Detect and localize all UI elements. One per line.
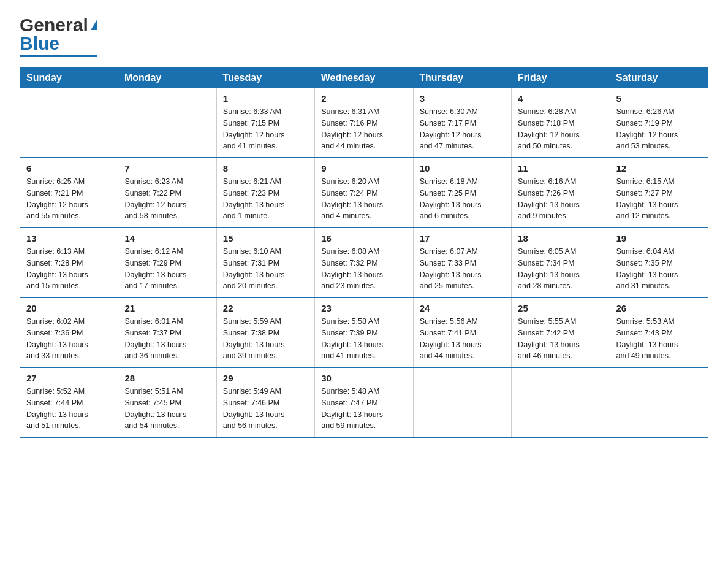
day-info: Sunrise: 6:28 AMSunset: 7:18 PMDaylight:… bbox=[518, 106, 603, 152]
day-number: 15 bbox=[223, 233, 308, 243]
day-cell: 26Sunrise: 5:53 AMSunset: 7:43 PMDayligh… bbox=[610, 297, 708, 367]
day-number: 11 bbox=[518, 163, 603, 174]
day-number: 24 bbox=[420, 303, 505, 313]
day-cell: 15Sunrise: 6:10 AMSunset: 7:31 PMDayligh… bbox=[216, 228, 314, 297]
day-number: 1 bbox=[223, 93, 308, 104]
day-cell: 1Sunrise: 6:33 AMSunset: 7:15 PMDaylight… bbox=[216, 88, 314, 158]
week-row-3: 13Sunrise: 6:13 AMSunset: 7:28 PMDayligh… bbox=[20, 228, 708, 297]
calendar-table: SundayMondayTuesdayWednesdayThursdayFrid… bbox=[20, 67, 708, 438]
logo-blue: Blue bbox=[20, 33, 59, 54]
day-number: 7 bbox=[124, 163, 210, 174]
day-info: Sunrise: 6:20 AMSunset: 7:24 PMDaylight:… bbox=[321, 176, 406, 222]
day-info: Sunrise: 6:05 AMSunset: 7:34 PMDaylight:… bbox=[518, 246, 603, 292]
header-saturday: Saturday bbox=[610, 67, 708, 89]
day-cell: 29Sunrise: 5:49 AMSunset: 7:46 PMDayligh… bbox=[216, 367, 314, 437]
day-number: 25 bbox=[518, 303, 603, 313]
day-cell: 10Sunrise: 6:18 AMSunset: 7:25 PMDayligh… bbox=[413, 158, 511, 228]
day-number: 30 bbox=[321, 373, 406, 383]
day-cell bbox=[512, 367, 610, 437]
day-cell: 25Sunrise: 5:55 AMSunset: 7:42 PMDayligh… bbox=[512, 297, 610, 367]
day-cell: 19Sunrise: 6:04 AMSunset: 7:35 PMDayligh… bbox=[610, 228, 708, 297]
header-thursday: Thursday bbox=[413, 67, 511, 89]
day-cell: 22Sunrise: 5:59 AMSunset: 7:38 PMDayligh… bbox=[216, 297, 314, 367]
day-cell: 8Sunrise: 6:21 AMSunset: 7:23 PMDaylight… bbox=[216, 158, 314, 228]
day-info: Sunrise: 6:02 AMSunset: 7:36 PMDaylight:… bbox=[26, 316, 112, 362]
day-number: 28 bbox=[124, 373, 210, 383]
day-number: 10 bbox=[420, 163, 505, 174]
day-cell: 3Sunrise: 6:30 AMSunset: 7:17 PMDaylight… bbox=[413, 88, 511, 158]
day-cell: 4Sunrise: 6:28 AMSunset: 7:18 PMDaylight… bbox=[512, 88, 610, 158]
day-cell: 30Sunrise: 5:48 AMSunset: 7:47 PMDayligh… bbox=[315, 367, 413, 437]
day-info: Sunrise: 6:30 AMSunset: 7:17 PMDaylight:… bbox=[420, 106, 505, 152]
day-info: Sunrise: 6:25 AMSunset: 7:21 PMDaylight:… bbox=[26, 176, 112, 222]
day-info: Sunrise: 6:26 AMSunset: 7:19 PMDaylight:… bbox=[616, 106, 702, 152]
day-number: 27 bbox=[26, 373, 112, 383]
day-cell: 20Sunrise: 6:02 AMSunset: 7:36 PMDayligh… bbox=[20, 297, 118, 367]
day-cell: 9Sunrise: 6:20 AMSunset: 7:24 PMDaylight… bbox=[315, 158, 413, 228]
day-number: 12 bbox=[616, 163, 702, 174]
day-number: 14 bbox=[124, 233, 210, 243]
header-wednesday: Wednesday bbox=[315, 67, 413, 89]
day-info: Sunrise: 6:04 AMSunset: 7:35 PMDaylight:… bbox=[616, 246, 702, 292]
day-number: 6 bbox=[26, 163, 112, 174]
day-number: 19 bbox=[616, 233, 702, 243]
week-row-1: 1Sunrise: 6:33 AMSunset: 7:15 PMDaylight… bbox=[20, 88, 708, 158]
day-number: 5 bbox=[616, 93, 702, 104]
day-info: Sunrise: 6:16 AMSunset: 7:26 PMDaylight:… bbox=[518, 176, 603, 222]
page-header: General Blue bbox=[20, 15, 708, 57]
week-row-4: 20Sunrise: 6:02 AMSunset: 7:36 PMDayligh… bbox=[20, 297, 708, 367]
day-info: Sunrise: 6:31 AMSunset: 7:16 PMDaylight:… bbox=[321, 106, 406, 152]
day-cell: 11Sunrise: 6:16 AMSunset: 7:26 PMDayligh… bbox=[512, 158, 610, 228]
day-cell: 23Sunrise: 5:58 AMSunset: 7:39 PMDayligh… bbox=[315, 297, 413, 367]
header-sunday: Sunday bbox=[20, 67, 118, 89]
day-cell: 21Sunrise: 6:01 AMSunset: 7:37 PMDayligh… bbox=[118, 297, 216, 367]
day-number: 3 bbox=[420, 93, 505, 104]
day-cell: 16Sunrise: 6:08 AMSunset: 7:32 PMDayligh… bbox=[315, 228, 413, 297]
day-info: Sunrise: 6:23 AMSunset: 7:22 PMDaylight:… bbox=[124, 176, 210, 222]
day-info: Sunrise: 6:13 AMSunset: 7:28 PMDaylight:… bbox=[26, 246, 112, 292]
day-info: Sunrise: 5:59 AMSunset: 7:38 PMDaylight:… bbox=[223, 316, 308, 362]
day-cell bbox=[413, 367, 511, 437]
day-cell: 2Sunrise: 6:31 AMSunset: 7:16 PMDaylight… bbox=[315, 88, 413, 158]
day-cell: 17Sunrise: 6:07 AMSunset: 7:33 PMDayligh… bbox=[413, 228, 511, 297]
day-info: Sunrise: 6:18 AMSunset: 7:25 PMDaylight:… bbox=[420, 176, 505, 222]
day-number: 21 bbox=[124, 303, 210, 313]
day-number: 13 bbox=[26, 233, 112, 243]
day-info: Sunrise: 6:10 AMSunset: 7:31 PMDaylight:… bbox=[223, 246, 308, 292]
week-row-5: 27Sunrise: 5:52 AMSunset: 7:44 PMDayligh… bbox=[20, 367, 708, 437]
day-info: Sunrise: 5:51 AMSunset: 7:45 PMDaylight:… bbox=[124, 386, 210, 432]
day-number: 8 bbox=[223, 163, 308, 174]
day-cell: 24Sunrise: 5:56 AMSunset: 7:41 PMDayligh… bbox=[413, 297, 511, 367]
day-cell: 14Sunrise: 6:12 AMSunset: 7:29 PMDayligh… bbox=[118, 228, 216, 297]
logo-triangle-icon bbox=[91, 19, 97, 30]
day-cell bbox=[610, 367, 708, 437]
header-friday: Friday bbox=[512, 67, 610, 89]
day-number: 9 bbox=[321, 163, 406, 174]
logo: General Blue bbox=[20, 15, 97, 57]
day-info: Sunrise: 6:08 AMSunset: 7:32 PMDaylight:… bbox=[321, 246, 406, 292]
day-cell: 13Sunrise: 6:13 AMSunset: 7:28 PMDayligh… bbox=[20, 228, 118, 297]
day-info: Sunrise: 5:58 AMSunset: 7:39 PMDaylight:… bbox=[321, 316, 406, 362]
day-info: Sunrise: 6:33 AMSunset: 7:15 PMDaylight:… bbox=[223, 106, 308, 152]
day-cell: 28Sunrise: 5:51 AMSunset: 7:45 PMDayligh… bbox=[118, 367, 216, 437]
day-cell bbox=[20, 88, 118, 158]
day-info: Sunrise: 5:55 AMSunset: 7:42 PMDaylight:… bbox=[518, 316, 603, 362]
day-info: Sunrise: 6:21 AMSunset: 7:23 PMDaylight:… bbox=[223, 176, 308, 222]
header-tuesday: Tuesday bbox=[216, 67, 314, 89]
day-cell: 5Sunrise: 6:26 AMSunset: 7:19 PMDaylight… bbox=[610, 88, 708, 158]
day-number: 17 bbox=[420, 233, 505, 243]
day-cell bbox=[118, 88, 216, 158]
day-cell: 18Sunrise: 6:05 AMSunset: 7:34 PMDayligh… bbox=[512, 228, 610, 297]
day-cell: 6Sunrise: 6:25 AMSunset: 7:21 PMDaylight… bbox=[20, 158, 118, 228]
day-number: 26 bbox=[616, 303, 702, 313]
day-info: Sunrise: 5:52 AMSunset: 7:44 PMDaylight:… bbox=[26, 386, 112, 432]
week-row-2: 6Sunrise: 6:25 AMSunset: 7:21 PMDaylight… bbox=[20, 158, 708, 228]
logo-underline bbox=[20, 55, 97, 57]
day-info: Sunrise: 6:15 AMSunset: 7:27 PMDaylight:… bbox=[616, 176, 702, 222]
day-info: Sunrise: 6:12 AMSunset: 7:29 PMDaylight:… bbox=[124, 246, 210, 292]
header-monday: Monday bbox=[118, 67, 216, 89]
day-cell: 12Sunrise: 6:15 AMSunset: 7:27 PMDayligh… bbox=[610, 158, 708, 228]
day-info: Sunrise: 6:01 AMSunset: 7:37 PMDaylight:… bbox=[124, 316, 210, 362]
day-cell: 27Sunrise: 5:52 AMSunset: 7:44 PMDayligh… bbox=[20, 367, 118, 437]
day-cell: 7Sunrise: 6:23 AMSunset: 7:22 PMDaylight… bbox=[118, 158, 216, 228]
